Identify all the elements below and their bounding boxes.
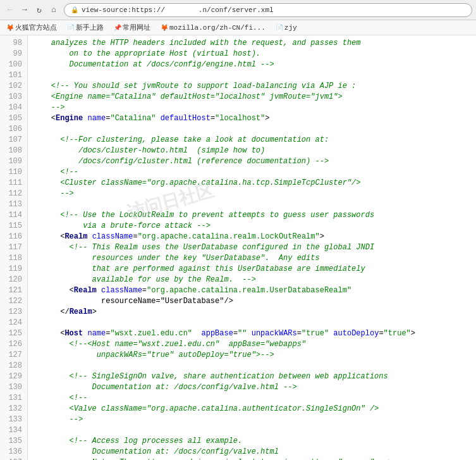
- bookmark-label: zjy: [284, 24, 297, 32]
- code-line: <!--: [33, 167, 471, 178]
- code-line: -->: [33, 103, 471, 113]
- code-line: <!-- You should set jvmRoute to support …: [33, 81, 471, 92]
- code-line: <!--: [33, 393, 471, 404]
- address-text: view-source:https:// .n/conf/server.xml: [82, 6, 274, 14]
- code-line: [33, 318, 471, 328]
- refresh-button[interactable]: ↻: [33, 4, 46, 16]
- bookmarks-bar: 🦊 火狐官方站点 📄 新手上路 📌 常用网址 🦊 mozilla.org/zh-…: [0, 20, 476, 35]
- line-number: 124: [0, 318, 27, 328]
- code-line: unpackWARs="true" autoDeploy="true">-->: [33, 350, 471, 361]
- line-number: 98: [0, 38, 27, 49]
- line-number: 127: [0, 350, 27, 361]
- code-line: -->: [33, 189, 471, 199]
- bookmark-common[interactable]: 📌 常用网址: [111, 22, 153, 33]
- line-number: 106: [0, 124, 27, 135]
- code-line: <Engine name="Catalina" defaultHost="loc…: [33, 92, 471, 103]
- code-line: -->: [33, 414, 471, 425]
- line-number: 129: [0, 371, 27, 382]
- line-number: 101: [0, 70, 27, 81]
- bookmark-zjy[interactable]: 📄 zjy: [273, 23, 300, 32]
- page-icon: 📄: [67, 24, 75, 32]
- code-line: that are performed against this UserData…: [33, 264, 471, 275]
- line-number: 118: [0, 253, 27, 264]
- line-number: 120: [0, 275, 27, 285]
- line-number: 133: [0, 414, 27, 425]
- code-line: <!--For clustering, please take a look a…: [33, 135, 471, 146]
- line-number: 116: [0, 232, 27, 242]
- code-view: 9899100101102103104105106107108109110111…: [0, 35, 476, 460]
- line-number: 108: [0, 146, 27, 156]
- doc-icon: 📄: [276, 24, 283, 32]
- code-line: /docs/cluster-howto.html (simple how to): [33, 146, 471, 156]
- bookmark-mozilla[interactable]: 🦊 mozilla.org/zh-CN/fi...: [158, 23, 268, 32]
- line-number: 105: [0, 113, 27, 124]
- code-line: [33, 199, 471, 210]
- code-line: <!-- Use the LockOutRealm to prevent att…: [33, 210, 471, 221]
- line-number: 112: [0, 189, 27, 199]
- bookmark-label: 火狐官方站点: [15, 23, 57, 32]
- line-number: 115: [0, 221, 27, 232]
- home-button[interactable]: ⌂: [47, 4, 60, 16]
- line-number: 117: [0, 242, 27, 253]
- code-line: on to the appropriate Host (virtual host…: [33, 49, 471, 59]
- code-line: <Cluster className="org.apache.catalina.…: [33, 178, 471, 189]
- code-line: <Engine name="Catalina" defaultHost="loc…: [33, 113, 471, 124]
- line-number: 103: [0, 92, 27, 103]
- back-button[interactable]: ←: [4, 4, 16, 16]
- line-number: 111: [0, 178, 27, 189]
- code-content[interactable]: analyzes the HTTP headers included with …: [28, 35, 476, 460]
- code-line: [33, 425, 471, 436]
- bookmark-newbie[interactable]: 📄 新手上路: [64, 22, 106, 33]
- code-line: <Host name="wsxt.zuel.edu.cn" appBase=""…: [33, 328, 471, 339]
- code-line: [33, 124, 471, 135]
- line-number: 137: [0, 457, 27, 460]
- code-line: resourceName="UserDatabase"/>: [33, 296, 471, 307]
- firefox-icon: 🦊: [6, 24, 14, 32]
- code-line: via a brute-force attack -->: [33, 221, 471, 232]
- code-line: <!--<Host name="wsxt.zuel.edu.cn" appBas…: [33, 339, 471, 350]
- code-line: Documentation at: /docs/config/valve.htm…: [33, 382, 471, 393]
- pin-icon: 📌: [114, 24, 121, 32]
- line-number: 109: [0, 156, 27, 167]
- line-number: 128: [0, 361, 27, 371]
- bookmark-label: 新手上路: [76, 23, 104, 32]
- line-numbers: 9899100101102103104105106107108109110111…: [0, 35, 28, 460]
- line-number: 121: [0, 285, 27, 296]
- line-number: 135: [0, 436, 27, 447]
- code-line: [33, 70, 471, 81]
- code-line: Documentation at: /docs/config/valve.htm…: [33, 447, 471, 457]
- security-icon: 🔒: [71, 6, 78, 14]
- line-number: 132: [0, 404, 27, 414]
- code-line: <!-- Access log processes all example.: [33, 436, 471, 447]
- line-number: 122: [0, 296, 27, 307]
- line-number: 100: [0, 59, 27, 70]
- line-number: 130: [0, 382, 27, 393]
- line-number: 114: [0, 210, 27, 221]
- line-number: 136: [0, 447, 27, 457]
- code-line: <!-- SingleSignOn valve, share authentic…: [33, 371, 471, 382]
- code-line: <Realm className="org.apache.catalina.re…: [33, 232, 471, 242]
- code-line: /docs/config/cluster.html (reference doc…: [33, 156, 471, 167]
- code-line: <!-- This Realm uses the UserDatabase co…: [33, 242, 471, 253]
- line-number: 107: [0, 135, 27, 146]
- line-number: 102: [0, 81, 27, 92]
- forward-button[interactable]: →: [18, 4, 31, 16]
- line-number: 134: [0, 425, 27, 436]
- mozilla-icon: 🦊: [161, 24, 168, 32]
- address-bar[interactable]: 🔒 view-source:https:// .n/conf/server.xm…: [64, 3, 472, 17]
- line-number: 110: [0, 167, 27, 178]
- nav-buttons: ← → ↻ ⌂: [4, 4, 60, 16]
- code-line: resources under the key "UserDatabase". …: [33, 253, 471, 264]
- line-number: 119: [0, 264, 27, 275]
- line-number: 123: [0, 307, 27, 318]
- code-line: Note: The pattern used is equivalent to …: [33, 457, 471, 460]
- bookmark-label: 常用网址: [123, 23, 150, 32]
- line-number: 126: [0, 339, 27, 350]
- line-number: 104: [0, 103, 27, 113]
- bookmark-firefox[interactable]: 🦊 火狐官方站点: [4, 22, 59, 33]
- line-number: 113: [0, 199, 27, 210]
- code-line: </Realm>: [33, 307, 471, 318]
- line-number: 99: [0, 49, 27, 59]
- bookmark-label: mozilla.org/zh-CN/fi...: [169, 24, 265, 32]
- line-number: 131: [0, 393, 27, 404]
